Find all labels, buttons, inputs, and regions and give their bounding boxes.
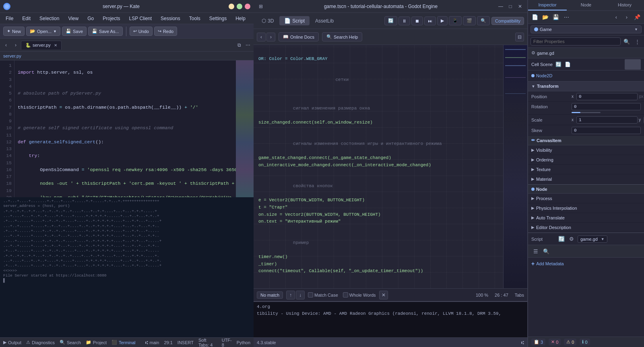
- godot-version: 4.3.stable: [257, 340, 276, 345]
- minimize-button[interactable]: [229, 4, 234, 9]
- editor-description-group[interactable]: ▶ Editor Description: [528, 223, 644, 232]
- save-as-button[interactable]: 💾 Save As...: [88, 27, 123, 36]
- metadata-list-button[interactable]: ☰: [531, 247, 540, 256]
- tab-next-button[interactable]: ›: [11, 41, 20, 50]
- terminal-tab[interactable]: ⬛ Terminal: [111, 340, 136, 345]
- open-button[interactable]: 📂 Open... ▼: [26, 27, 60, 36]
- menu-selection[interactable]: Selection: [35, 14, 63, 23]
- rotation-slider[interactable]: [572, 112, 601, 113]
- search-close-button[interactable]: ✕: [379, 291, 388, 299]
- nav-forward-button[interactable]: ›: [266, 33, 275, 41]
- material-group[interactable]: ▶ Material: [528, 174, 644, 184]
- search-button[interactable]: 🔍: [477, 16, 490, 25]
- visibility-group[interactable]: ▶ Visibility: [528, 145, 644, 155]
- tab-3d[interactable]: ⬡ 3D: [257, 16, 279, 25]
- tab-asset-lib[interactable]: AssetLib: [310, 17, 339, 25]
- tab-node[interactable]: Node: [567, 0, 605, 10]
- process-group[interactable]: ▶ Process: [528, 194, 644, 203]
- menu-go[interactable]: Go: [83, 14, 98, 23]
- log-line-1: 4.org: [257, 304, 524, 310]
- deploy-button[interactable]: 📱: [449, 16, 462, 25]
- filter-options-button[interactable]: ⋮: [633, 37, 642, 46]
- menu-lsp-client[interactable]: LSP Client: [125, 14, 156, 23]
- movie-button[interactable]: 🎬: [463, 16, 476, 25]
- scale-x-input[interactable]: [576, 116, 638, 124]
- tab-server-py[interactable]: 🐍 server.py ✕: [21, 41, 62, 50]
- save-button[interactable]: 💾 Save: [62, 27, 87, 36]
- rotation-input[interactable]: [572, 103, 641, 110]
- cell-scene-edit-button[interactable]: 📄: [564, 60, 572, 68]
- code-editor[interactable]: 12345 678910 1112131415 1617181920 21222…: [0, 60, 254, 197]
- run-project-button[interactable]: ▶: [437, 16, 448, 25]
- search-next-button[interactable]: ↓: [296, 291, 305, 299]
- inspector-pin-button[interactable]: 📌: [633, 13, 642, 22]
- filter-input[interactable]: [530, 37, 621, 45]
- game-dropdown[interactable]: Game ▼: [530, 25, 642, 33]
- godot-min-button[interactable]: —: [497, 2, 505, 10]
- inspector-open-button[interactable]: 📂: [541, 13, 550, 22]
- add-metadata-bar[interactable]: + Add Metadata: [528, 257, 644, 269]
- project-tab[interactable]: 📁 Project: [86, 340, 107, 345]
- close-button[interactable]: [245, 4, 250, 9]
- tab-split-button[interactable]: ⧉: [235, 41, 243, 49]
- filter-search-button[interactable]: 🔍: [622, 37, 631, 46]
- diagnostics-tab[interactable]: ⚠ Diagnostics: [26, 340, 55, 345]
- online-docs-button[interactable]: 📖 Online Docs: [279, 32, 319, 41]
- menu-projects[interactable]: Projects: [99, 14, 124, 23]
- tab-prev-button[interactable]: ‹: [2, 41, 10, 50]
- whole-words-check[interactable]: Whole Words: [343, 292, 376, 297]
- script-settings-button[interactable]: ⚙: [567, 235, 576, 244]
- inspector-more-button[interactable]: ⋯: [562, 13, 571, 22]
- inspector-prev-button[interactable]: ‹: [612, 13, 621, 22]
- match-case-checkbox[interactable]: [308, 292, 313, 297]
- redo-button[interactable]: ↪ Redo: [154, 27, 177, 36]
- tab-inspector[interactable]: Inspector: [528, 0, 567, 10]
- tab-more-button[interactable]: ⋯: [244, 41, 252, 49]
- whole-words-checkbox[interactable]: [343, 292, 348, 297]
- menu-help[interactable]: Help: [231, 14, 250, 23]
- undo-button[interactable]: ↩ Undo: [130, 27, 153, 36]
- search-prev-button[interactable]: ↑: [286, 291, 295, 299]
- texture-group[interactable]: ▶ Texture: [528, 165, 644, 174]
- ordering-group[interactable]: ▶ Ordering: [528, 155, 644, 165]
- stop-button[interactable]: ⏹: [411, 17, 423, 25]
- maximize-button[interactable]: [237, 4, 242, 9]
- godot-close-button[interactable]: ✕: [516, 2, 524, 10]
- menu-edit[interactable]: Edit: [18, 14, 35, 23]
- skew-input[interactable]: [572, 127, 641, 134]
- run-scene-button[interactable]: 🔄: [384, 16, 397, 25]
- pause-button[interactable]: ⏸: [398, 17, 410, 25]
- godot-wm-expand[interactable]: ⊞: [257, 2, 265, 10]
- menu-sessions[interactable]: Sessions: [157, 14, 184, 23]
- menu-view[interactable]: View: [64, 14, 83, 23]
- godot-viewport-canvas[interactable]: OR: Color = Color.WEB_GRAY сетки сигнал …: [254, 45, 503, 288]
- output-tab[interactable]: ▶ Output: [3, 340, 21, 345]
- script-refresh-button[interactable]: 🔄: [557, 235, 566, 244]
- step-button[interactable]: ⏭: [424, 17, 436, 25]
- metadata-search-button[interactable]: 🔍: [542, 247, 551, 256]
- panel-toggle-button[interactable]: ⊟: [515, 33, 524, 41]
- code-content[interactable]: import http.server, ssl, os # absolute p…: [14, 60, 236, 197]
- script-file-dropdown[interactable]: game.gd ▼: [578, 235, 607, 243]
- transform-section-header[interactable]: ▼ Transform: [528, 81, 644, 91]
- nav-back-button[interactable]: ‹: [257, 33, 266, 41]
- godot-max-button[interactable]: □: [506, 2, 514, 10]
- match-case-check[interactable]: Match Case: [308, 292, 338, 297]
- menu-file[interactable]: File: [2, 14, 17, 23]
- inspector-new-scene-button[interactable]: 📄: [530, 13, 539, 22]
- menu-tools[interactable]: Tools: [185, 14, 204, 23]
- cell-scene-refresh-button[interactable]: 🔄: [554, 60, 562, 68]
- inspector-save-button[interactable]: 💾: [551, 13, 560, 22]
- inspector-next-button[interactable]: ›: [622, 13, 631, 22]
- tab-close-button[interactable]: ✕: [54, 43, 57, 48]
- auto-translate-group[interactable]: ▶ Auto Translate: [528, 213, 644, 223]
- physics-interpolation-group[interactable]: ▶ Physics Interpolation: [528, 203, 644, 213]
- search-help-button[interactable]: 🔍 Search Help: [322, 32, 363, 41]
- tab-history[interactable]: History: [605, 0, 644, 10]
- menu-settings[interactable]: Settings: [205, 14, 231, 23]
- new-button[interactable]: ✦ New: [3, 27, 25, 36]
- search-tab[interactable]: 🔍 Search: [60, 340, 81, 345]
- tab-script[interactable]: 📄 Script: [279, 16, 310, 25]
- kate-toolbar: ✦ New 📂 Open... ▼ 💾 Save 💾 Save As... ↩ …: [0, 24, 254, 39]
- position-x-input[interactable]: [576, 93, 638, 100]
